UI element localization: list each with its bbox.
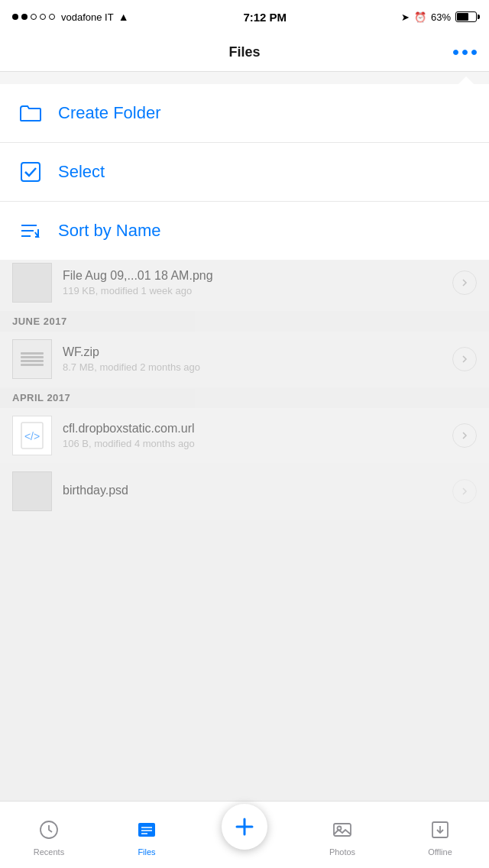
tab-files[interactable]: Files <box>98 814 196 857</box>
svg-rect-12 <box>334 824 351 836</box>
battery-fill <box>457 13 468 21</box>
more-dot-1 <box>453 50 458 55</box>
signal-strength <box>12 14 55 20</box>
tab-recents[interactable]: Recents <box>0 814 98 857</box>
signal-dot-2 <box>21 14 28 20</box>
file-name: birthday.psd <box>63 484 452 497</box>
file-meta: 8.7 MB, modified 2 months ago <box>63 361 452 373</box>
sort-icon <box>18 219 43 243</box>
carrier: vodafone IT <box>61 11 114 23</box>
file-info: File Aug 09,...01 18 AM.png 119 KB, modi… <box>63 269 452 296</box>
nav-bar: Files <box>0 34 489 72</box>
section-header-april2017: APRIL 2017 <box>0 387 489 408</box>
status-left: vodafone IT ▲ <box>12 11 129 23</box>
signal-dot-3 <box>31 14 37 20</box>
file-detail-chevron[interactable] <box>452 270 477 295</box>
sort-item[interactable]: Sort by Name <box>0 202 489 260</box>
files-icon <box>137 820 157 844</box>
more-dot-2 <box>462 50 468 55</box>
list-item[interactable]: WF.zip 8.7 MB, modified 2 months ago <box>0 332 489 387</box>
svg-text:</>: </> <box>24 430 40 442</box>
files-label: Files <box>138 847 155 857</box>
svg-rect-0 <box>21 163 40 181</box>
section-header-june2017: JUNE 2017 <box>0 311 489 332</box>
file-meta: 119 KB, modified 1 week ago <box>63 285 452 296</box>
file-meta: 106 B, modified 4 months ago <box>63 438 452 449</box>
select-item[interactable]: Select <box>0 143 489 202</box>
select-icon <box>18 160 43 184</box>
svg-rect-8 <box>138 823 155 837</box>
file-detail-chevron[interactable] <box>452 479 477 504</box>
battery-percent: 63% <box>431 11 451 23</box>
file-thumbnail-zip <box>12 339 52 379</box>
recents-label: Recents <box>34 847 64 857</box>
create-folder-label: Create Folder <box>58 103 161 123</box>
file-name: File Aug 09,...01 18 AM.png <box>63 269 452 283</box>
dropdown-menu: Create Folder Select <box>0 84 489 260</box>
select-label: Select <box>58 162 105 182</box>
nav-title: Files <box>228 44 260 60</box>
create-folder-item[interactable]: Create Folder <box>0 84 489 143</box>
file-detail-chevron[interactable] <box>452 423 477 448</box>
alarm-icon: ⏰ <box>414 11 426 23</box>
file-name: WF.zip <box>63 345 452 359</box>
location-icon: ➤ <box>401 11 410 23</box>
file-info: cfl.dropboxstatic.com.url 106 B, modifie… <box>63 422 452 449</box>
file-thumbnail-url: </> <box>12 416 52 455</box>
offline-label: Offline <box>428 847 452 857</box>
photos-label: Photos <box>329 847 355 857</box>
tab-photos[interactable]: Photos <box>293 814 391 857</box>
tab-offline[interactable]: Offline <box>391 814 489 857</box>
dropdown-overlay[interactable]: Create Folder Select <box>0 72 489 260</box>
sort-label: Sort by Name <box>58 221 161 241</box>
list-item[interactable]: birthday.psd <box>0 464 489 520</box>
clock-icon <box>39 820 59 844</box>
file-thumbnail <box>12 471 52 511</box>
signal-dot-1 <box>12 14 18 20</box>
file-info: birthday.psd <box>63 484 452 500</box>
file-thumbnail <box>12 263 52 303</box>
offline-icon <box>430 820 450 844</box>
wifi-icon: ▲ <box>118 11 129 23</box>
list-item[interactable]: File Aug 09,...01 18 AM.png 119 KB, modi… <box>0 255 489 311</box>
file-info: WF.zip 8.7 MB, modified 2 months ago <box>63 345 452 373</box>
status-right: ➤ ⏰ 63% <box>401 11 477 23</box>
photos-icon <box>332 820 352 844</box>
dropdown-chevron-container <box>0 72 489 84</box>
more-dot-3 <box>471 50 477 55</box>
list-item[interactable]: </> cfl.dropboxstatic.com.url 106 B, mod… <box>0 408 489 464</box>
dropdown-chevron <box>458 76 474 84</box>
file-detail-chevron[interactable] <box>452 347 477 371</box>
folder-icon <box>18 101 43 125</box>
fab-add-button[interactable] <box>222 804 267 850</box>
more-button[interactable] <box>453 50 477 55</box>
battery-icon <box>455 11 477 22</box>
signal-dot-4 <box>40 14 46 20</box>
status-bar: vodafone IT ▲ 7:12 PM ➤ ⏰ 63% <box>0 0 489 34</box>
status-time: 7:12 PM <box>243 11 287 24</box>
file-name: cfl.dropboxstatic.com.url <box>63 422 452 436</box>
signal-dot-5 <box>49 14 55 20</box>
